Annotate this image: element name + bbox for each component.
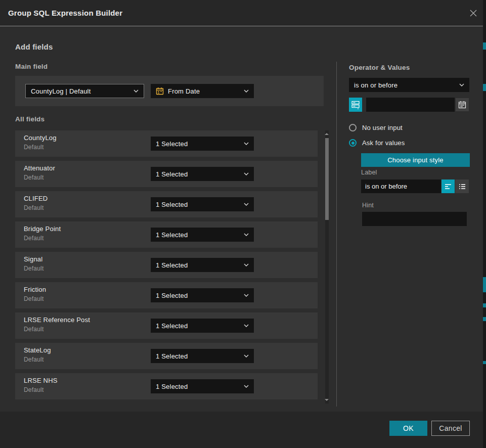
field-type-label: Default [24, 295, 43, 302]
align-left-style-icon[interactable] [441, 180, 455, 193]
field-selection-value: 1 Selected [156, 322, 241, 330]
value-date-input[interactable] [366, 98, 455, 112]
field-type-label: Default [24, 326, 43, 333]
field-selection-dropdown[interactable]: 1 Selected [151, 379, 254, 393]
field-type-label: Default [24, 204, 43, 211]
field-type-label: Default [24, 265, 43, 272]
field-name: LRSE NHS [24, 377, 58, 384]
field-name: CountyLog [24, 134, 57, 142]
field-row: Bridge Point Default 1 Selected [15, 221, 318, 248]
panel-divider [336, 62, 337, 407]
chevron-down-icon [244, 263, 249, 266]
field-row: LRSE NHS Default 1 Selected [15, 373, 318, 399]
field-row: Friction Default 1 Selected [15, 282, 318, 308]
radio-no-user-input[interactable]: No user input [349, 124, 403, 131]
field-row: CountyLog Default 1 Selected [15, 130, 318, 157]
field-type-label: Default [24, 356, 43, 363]
chevron-down-icon [244, 385, 249, 388]
chevron-down-icon [244, 203, 249, 206]
label-field-label: Label [361, 169, 377, 176]
operator-select-dropdown[interactable]: is on or before [349, 78, 469, 92]
chevron-down-icon [244, 172, 249, 175]
field-selection-dropdown[interactable]: 1 Selected [151, 349, 254, 363]
field-selection-dropdown[interactable]: 1 Selected [151, 167, 254, 181]
field-name: CLIFED [24, 195, 48, 202]
all-fields-list: CountyLog Default 1 Selected Attenuator … [15, 130, 318, 404]
cancel-button[interactable]: Cancel [431, 421, 470, 436]
field-row: Signal Default 1 Selected [15, 252, 318, 278]
main-field-heading: Main field [15, 63, 48, 70]
chevron-down-icon [459, 83, 464, 86]
label-input[interactable] [361, 180, 441, 193]
field-selection-value: 1 Selected [156, 352, 241, 360]
input-type-icon[interactable] [349, 98, 362, 112]
radio-label: Ask for values [362, 139, 405, 147]
chevron-down-icon [244, 142, 249, 145]
field-row: LRSE Reference Post Default 1 Selected [15, 312, 318, 339]
radio-label: No user input [362, 124, 403, 131]
field-selection-value: 1 Selected [156, 231, 241, 239]
radio-circle[interactable] [349, 124, 357, 131]
choose-input-style-button[interactable]: Choose input style [361, 153, 470, 167]
list-scrollbar-thumb[interactable] [325, 138, 329, 220]
chevron-down-icon [244, 89, 249, 93]
layer-select-value: CountyLog | Default [31, 87, 130, 95]
list-style-icon[interactable] [455, 180, 469, 193]
field-selection-dropdown[interactable]: 1 Selected [151, 288, 254, 302]
operator-select-value: is on or before [354, 81, 456, 89]
chevron-down-icon [134, 89, 139, 93]
radio-ask-for-values[interactable]: Ask for values [349, 139, 405, 147]
field-type-label: Default [24, 144, 43, 151]
field-type-label: Default [24, 235, 43, 242]
chevron-down-icon [244, 294, 249, 297]
calendar-icon [156, 87, 164, 95]
field-row: Attenuator Default 1 Selected [15, 161, 318, 187]
field-selection-dropdown[interactable]: 1 Selected [151, 197, 254, 211]
field-name: Friction [24, 286, 46, 293]
field-selection-dropdown[interactable]: 1 Selected [151, 137, 254, 151]
all-fields-heading: All fields [15, 115, 45, 123]
chevron-down-icon [244, 233, 249, 236]
field-selection-value: 1 Selected [156, 261, 241, 269]
field-name: Attenuator [24, 164, 55, 172]
field-type-label: Default [24, 386, 43, 393]
field-name: Bridge Point [24, 225, 61, 233]
field-selection-value: 1 Selected [156, 201, 241, 208]
field-selection-value: 1 Selected [156, 383, 241, 390]
close-icon[interactable] [469, 9, 478, 18]
scrollbar-up-arrow[interactable] [325, 133, 329, 135]
field-selection-dropdown[interactable]: 1 Selected [151, 319, 254, 333]
field-name: Signal [24, 255, 42, 263]
chevron-down-icon [244, 354, 249, 357]
hint-input[interactable] [362, 212, 467, 226]
field-selection-dropdown[interactable]: 1 Selected [151, 228, 254, 242]
field-row: StateLog Default 1 Selected [15, 343, 318, 369]
main-field-select-dropdown[interactable]: From Date [151, 84, 254, 98]
ok-button[interactable]: OK [389, 421, 427, 436]
field-type-label: Default [24, 174, 43, 181]
radio-circle[interactable] [349, 139, 357, 147]
field-name: LRSE Reference Post [24, 316, 90, 324]
field-selection-value: 1 Selected [156, 292, 241, 299]
field-selection-dropdown[interactable]: 1 Selected [151, 258, 254, 272]
operator-values-heading: Operator & Values [349, 64, 410, 71]
chevron-down-icon [244, 324, 249, 327]
background-app-edge [483, 0, 486, 448]
field-selection-value: 1 Selected [156, 140, 241, 148]
dialog-title: Group SQL Expression Builder [8, 0, 122, 26]
group-sql-expression-builder-dialog: Group SQL Expression Builder Add fields … [0, 0, 486, 448]
main-field-select-value: From Date [168, 87, 241, 95]
calendar-icon[interactable] [456, 98, 469, 111]
add-fields-heading: Add fields [15, 42, 53, 51]
dialog-footer: OK Cancel [0, 412, 486, 448]
field-name: StateLog [24, 346, 51, 354]
dialog-titlebar: Group SQL Expression Builder [0, 0, 486, 26]
field-row: CLIFED Default 1 Selected [15, 191, 318, 217]
scrollbar-down-arrow[interactable] [325, 399, 329, 401]
field-selection-value: 1 Selected [156, 170, 241, 178]
hint-field-label: Hint [362, 202, 374, 209]
layer-select-dropdown[interactable]: CountyLog | Default [25, 84, 144, 98]
main-field-panel: CountyLog | Default From Date [15, 76, 324, 106]
